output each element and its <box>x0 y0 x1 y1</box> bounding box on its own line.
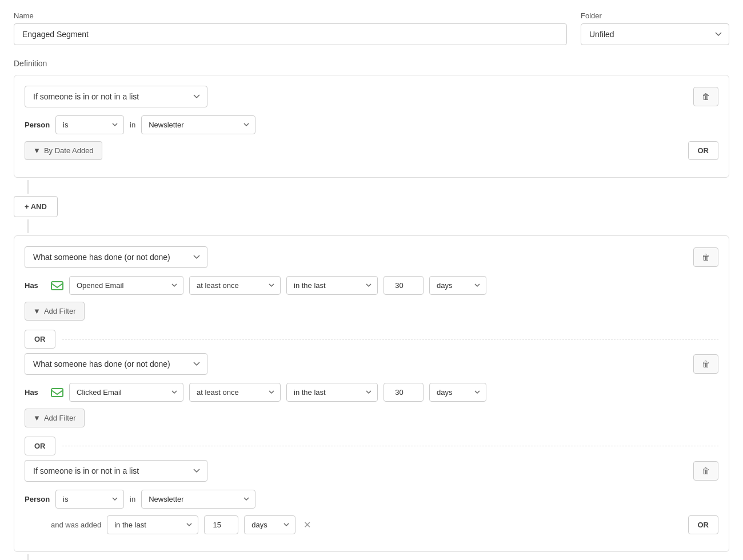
block4-added-label: and was added <box>51 521 101 529</box>
block4-person-label: Person <box>25 495 50 503</box>
block2-timeframe-select[interactable]: in the last <box>286 276 378 295</box>
block3-delete-button[interactable]: 🗑 <box>693 354 718 374</box>
block1-list-select[interactable]: Newsletter <box>141 115 255 134</box>
folder-label: Folder <box>581 11 729 20</box>
block4-remove-filter-button[interactable]: ✕ <box>301 517 313 533</box>
vert-line-1 <box>27 180 29 194</box>
block4-delete-button[interactable]: 🗑 <box>693 461 718 481</box>
delete-icon: 🗑 <box>702 92 710 101</box>
block2-has-label: Has <box>25 281 45 290</box>
svg-rect-0 <box>51 282 63 290</box>
multi-condition-block: What someone has done (or not done) 🗑 Ha… <box>14 235 729 552</box>
or-button-2[interactable]: OR <box>25 437 55 455</box>
block1-person-row: Person is in Newsletter <box>25 115 718 134</box>
block4-or-button[interactable]: OR <box>688 515 719 534</box>
block3-timeframe-select[interactable]: in the last <box>286 383 378 402</box>
condition-block-1: If someone is in or not in a list 🗑 Pers… <box>14 75 729 178</box>
block4-person-row: Person is in Newsletter <box>25 490 718 509</box>
block4-header: If someone is in or not in a list 🗑 <box>25 460 718 482</box>
block2-event-row: Has Opened Email at least once in the la… <box>25 276 718 295</box>
name-label: Name <box>14 11 567 20</box>
block4-list-select[interactable]: Newsletter <box>141 490 255 509</box>
add-filter-icon-2: ▼ <box>33 307 41 315</box>
block2-delete-button[interactable]: 🗑 <box>693 247 718 267</box>
filter-icon: ▼ <box>33 146 41 155</box>
delete-icon-3: 🗑 <box>702 359 710 369</box>
and-button-1[interactable]: + AND <box>14 196 58 217</box>
definition-label: Definition <box>14 59 729 68</box>
close-icon: ✕ <box>303 520 311 530</box>
block2-filter-row: ▼ Add Filter <box>25 302 718 321</box>
block1-person-label: Person <box>25 121 50 129</box>
clicked-email-icon <box>51 387 63 398</box>
block4-person-is-select[interactable]: is <box>55 490 124 509</box>
block1-person-is-select[interactable]: is <box>55 115 124 134</box>
block1-in-label: in <box>130 121 135 129</box>
or-divider-2 <box>62 446 719 446</box>
block4-unit-select[interactable]: days <box>244 515 295 534</box>
block2-header: What someone has done (or not done) 🗑 <box>25 246 718 268</box>
page-wrapper: Name Folder Unfiled Definition If someon… <box>14 11 729 560</box>
name-input[interactable] <box>14 23 567 45</box>
block2-days-input[interactable] <box>384 276 424 295</box>
block2-freq-select[interactable]: at least once <box>189 276 281 295</box>
block3-event-row: Has Clicked Email at least once in the l… <box>25 383 718 402</box>
block4-added-timeframe-select[interactable]: in the last <box>107 515 198 534</box>
opened-email-icon <box>51 281 63 291</box>
and-connector-2 <box>14 219 729 233</box>
vert-line-3 <box>27 554 29 560</box>
block4-in-label: in <box>130 495 135 503</box>
delete-icon-2: 🗑 <box>702 253 710 262</box>
block3-condition-type-select[interactable]: What someone has done (or not done) <box>25 353 207 375</box>
svg-rect-1 <box>51 389 63 397</box>
condition-block-4-inner: If someone is in or not in a list 🗑 Pers… <box>25 460 718 534</box>
block1-delete-button[interactable]: 🗑 <box>693 87 718 106</box>
delete-icon-4: 🗑 <box>702 466 710 475</box>
block3-header: What someone has done (or not done) 🗑 <box>25 353 718 375</box>
block3-event-select[interactable]: Clicked Email <box>69 383 183 402</box>
block1-header: If someone is in or not in a list 🗑 <box>25 86 718 107</box>
block1-by-date-button[interactable]: ▼ By Date Added <box>25 141 102 160</box>
block3-filter-row: ▼ Add Filter <box>25 409 718 427</box>
or-button-1[interactable]: OR <box>25 330 55 349</box>
block3-add-filter-button[interactable]: ▼ Add Filter <box>25 409 85 427</box>
condition-block-2-inner: What someone has done (or not done) 🗑 Ha… <box>25 246 718 321</box>
block3-days-input[interactable] <box>384 383 424 402</box>
block4-condition-type-select[interactable]: If someone is in or not in a list <box>25 460 207 482</box>
block1-filter-row: ▼ By Date Added OR <box>25 141 718 160</box>
folder-field-group: Folder Unfiled <box>581 11 729 45</box>
block4-added-row: and was added in the last days ✕ OR <box>25 515 718 534</box>
and-connector-3 <box>14 554 729 560</box>
and-connector-1 <box>14 180 729 194</box>
block4-days-input[interactable] <box>204 515 238 534</box>
add-filter-icon-3: ▼ <box>33 414 41 422</box>
block2-event-select[interactable]: Opened Email <box>69 276 183 295</box>
condition-block-3-inner: What someone has done (or not done) 🗑 Ha… <box>25 353 718 427</box>
block2-unit-select[interactable]: days <box>429 276 486 295</box>
or-separator-1: OR <box>25 327 718 353</box>
block1-condition-type-select[interactable]: If someone is in or not in a list <box>25 86 207 107</box>
vert-line-2 <box>27 219 29 233</box>
block3-freq-select[interactable]: at least once <box>189 383 281 402</box>
top-row: Name Folder Unfiled <box>14 11 729 45</box>
or-separator-2: OR <box>25 434 718 460</box>
block2-add-filter-button[interactable]: ▼ Add Filter <box>25 302 85 321</box>
name-field-group: Name <box>14 11 567 45</box>
block3-unit-select[interactable]: days <box>429 383 486 402</box>
block2-condition-type-select[interactable]: What someone has done (or not done) <box>25 246 207 268</box>
folder-select[interactable]: Unfiled <box>581 23 729 45</box>
block3-has-label: Has <box>25 388 45 397</box>
or-divider-1 <box>62 339 719 339</box>
block1-or-button[interactable]: OR <box>688 141 719 160</box>
